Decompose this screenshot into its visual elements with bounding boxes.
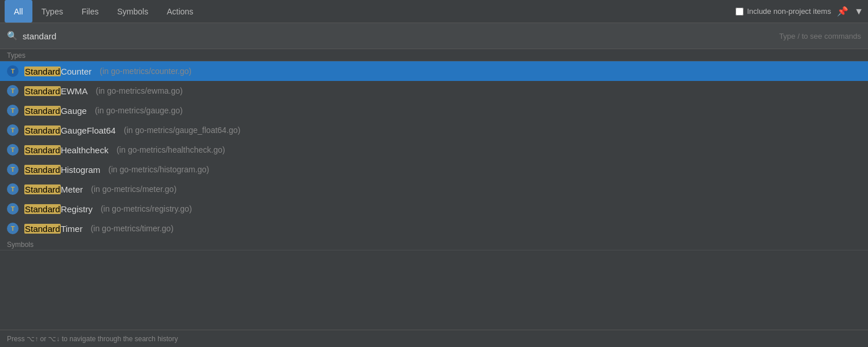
item-name: StandardCounter	[24, 67, 91, 76]
item-location: (in go-metrics/registry.go)	[101, 204, 192, 213]
item-name: StandardTimer	[24, 224, 83, 234]
symbols-section-header: Symbols	[0, 238, 868, 250]
search-icon: 🔍	[7, 31, 18, 41]
item-location: (in go-metrics/histogram.go)	[108, 165, 209, 174]
tab-actions[interactable]: Actions	[157, 0, 203, 23]
item-location: (in go-metrics/gauge_float64.go)	[124, 125, 241, 135]
tab-right-controls: Include non-project items 📌 ▼	[735, 6, 863, 17]
tab-symbols[interactable]: Symbols	[108, 0, 157, 23]
item-name: StandardRegistry	[24, 204, 93, 214]
result-item[interactable]: TStandardRegistry (in go-metrics/registr…	[0, 199, 868, 219]
filter-icon[interactable]: ▼	[854, 6, 863, 17]
type-badge: T	[7, 223, 19, 234]
result-item[interactable]: TStandardTimer (in go-metrics/timer.go)	[0, 219, 868, 238]
item-location: (in go-metrics/ewma.go)	[96, 86, 183, 95]
type-badge: T	[7, 124, 19, 136]
result-item[interactable]: TStandardGauge (in go-metrics/gauge.go)	[0, 101, 868, 120]
item-name: StandardGaugeFloat64	[24, 125, 116, 135]
tab-files[interactable]: Files	[72, 0, 108, 23]
type-badge: T	[7, 144, 19, 156]
item-location: (in go-metrics/timer.go)	[91, 224, 174, 233]
item-name: StandardGauge	[24, 106, 87, 116]
type-badge: T	[7, 183, 19, 195]
tab-bar: All Types Files Symbols Actions Include …	[0, 0, 868, 23]
tab-all[interactable]: All	[5, 0, 32, 23]
type-badge: T	[7, 85, 19, 97]
item-name: StandardHistogram	[24, 165, 100, 175]
item-location: (in go-metrics/meter.go)	[91, 184, 176, 194]
bottom-hint-text: Press ⌥↑ or ⌥↓ to navigate through the s…	[7, 335, 178, 343]
pin-icon[interactable]: 📌	[837, 6, 848, 17]
result-item[interactable]: TStandardHistogram (in go-metrics/histog…	[0, 160, 868, 179]
item-location: (in go-metrics/gauge.go)	[95, 106, 183, 115]
item-location: (in go-metrics/counter.go)	[100, 67, 192, 76]
result-item[interactable]: TStandardCounter (in go-metrics/counter.…	[0, 61, 868, 81]
include-non-project-checkbox[interactable]	[735, 8, 744, 16]
search-input[interactable]	[23, 31, 779, 41]
result-item[interactable]: TStandardGaugeFloat64 (in go-metrics/gau…	[0, 120, 868, 140]
item-name: StandardEWMA	[24, 86, 88, 96]
search-hint: Type / to see commands	[779, 32, 861, 40]
include-non-project-text: Include non-project items	[747, 7, 831, 16]
result-item[interactable]: TStandardMeter (in go-metrics/meter.go)	[0, 179, 868, 199]
result-item[interactable]: TStandardHealthcheck (in go-metrics/heal…	[0, 140, 868, 160]
item-location: (in go-metrics/healthcheck.go)	[116, 145, 225, 154]
item-name: StandardMeter	[24, 184, 83, 194]
search-bar: 🔍 Type / to see commands	[0, 23, 868, 49]
results-list: TStandardCounter (in go-metrics/counter.…	[0, 61, 868, 238]
type-badge: T	[7, 105, 19, 116]
type-badge: T	[7, 164, 19, 175]
tab-types[interactable]: Types	[32, 0, 72, 23]
item-name: StandardHealthcheck	[24, 145, 108, 155]
result-item[interactable]: TStandardEWMA (in go-metrics/ewma.go)	[0, 81, 868, 101]
types-section-header: Types	[0, 49, 868, 61]
bottom-bar: Press ⌥↑ or ⌥↓ to navigate through the s…	[0, 330, 868, 347]
type-badge: T	[7, 65, 19, 77]
type-badge: T	[7, 203, 19, 215]
include-non-project-label[interactable]: Include non-project items	[735, 7, 831, 16]
